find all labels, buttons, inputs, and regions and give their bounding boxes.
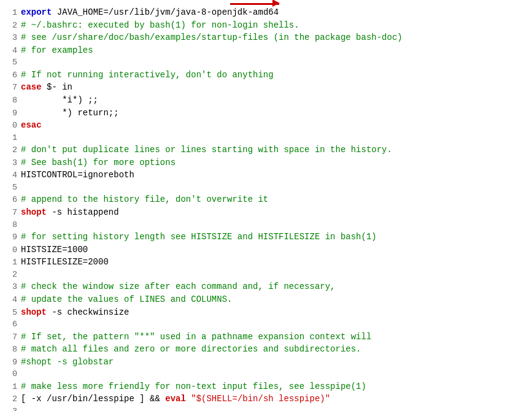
line-number: 7 — [6, 331, 17, 344]
line-number: 6 — [6, 194, 17, 206]
comment-token: # for setting history length see HISTSIZ… — [21, 232, 377, 242]
code-line: 4# for examples — [6, 44, 526, 57]
code-line: 7# If set, the pattern "**" used in a pa… — [6, 331, 526, 344]
string-dq-token: "$(SHELL=/bin/sh lesspipe)" — [191, 394, 330, 404]
line-content: #shopt -s globstar — [21, 356, 526, 368]
code-line: 3# check the window size after each comm… — [6, 280, 526, 293]
line-content: # If set, the pattern "**" used in a pat… — [21, 331, 526, 343]
code-line: 5 — [6, 56, 526, 69]
plain-token: *) return;; — [21, 108, 119, 118]
kw-esac-token: esac — [21, 120, 42, 130]
kw-case-token: case — [21, 82, 42, 92]
code-line: 2# don't put duplicate lines or lines st… — [6, 144, 526, 156]
code-line: 8 — [6, 219, 526, 231]
code-container: 1export JAVA_HOME=/usr/lib/jvm/java-8-op… — [0, 0, 532, 411]
code-line: 0esac — [6, 119, 526, 132]
code-line: 3# see /usr/share/doc/bash/examples/star… — [6, 31, 526, 44]
kw-shopt-token: shopt — [21, 207, 47, 217]
line-content: # If not running interactively, don't do… — [21, 69, 526, 81]
line-content: export JAVA_HOME=/usr/lib/jvm/java-8-ope… — [21, 6, 526, 18]
line-content: *) return;; — [21, 107, 526, 119]
code-area: 1export JAVA_HOME=/usr/lib/jvm/java-8-op… — [0, 5, 532, 411]
line-content: # match all files and zero or more direc… — [21, 343, 526, 355]
line-number: 5 — [6, 56, 17, 69]
code-line: 0 — [6, 368, 526, 380]
line-number: 8 — [6, 344, 17, 356]
code-line: 8 *i*) ;; — [6, 94, 526, 107]
line-number: 1 — [6, 256, 17, 269]
line-number: 9 — [6, 356, 17, 369]
plain-token: HISTSIZE=1000 — [21, 245, 88, 255]
code-line: 7case $- in — [6, 81, 526, 94]
code-line: 5 — [6, 182, 526, 194]
line-number: 0 — [6, 244, 17, 256]
comment-token: # See bash(1) for more options — [21, 158, 175, 167]
code-line: 6# If not running interactively, don't d… — [6, 69, 526, 82]
line-number: 7 — [6, 82, 17, 94]
comment-token: #shopt -s globstar — [21, 357, 114, 367]
line-number: 2 — [6, 20, 17, 32]
line-number: 2 — [6, 269, 17, 281]
line-content: HISTCONTROL=ignoreboth — [21, 169, 526, 181]
line-content: # See bash(1) for more options — [21, 156, 526, 169]
plain-token: -s checkwinsize — [47, 307, 129, 317]
code-line: 1HISTFILESIZE=2000 — [6, 256, 526, 269]
code-line: 9#shopt -s globstar — [6, 356, 526, 369]
code-line: 9 *) return;; — [6, 107, 526, 120]
line-number: 4 — [6, 169, 17, 182]
line-content: # check the window size after each comma… — [21, 280, 526, 293]
line-number: 0 — [6, 368, 17, 380]
code-line: 1# make less more friendly for non-text … — [6, 380, 526, 393]
line-number: 9 — [6, 107, 17, 120]
code-line: 0HISTSIZE=1000 — [6, 244, 526, 256]
line-content: # for examples — [21, 44, 526, 56]
comment-token: # match all files and zero or more direc… — [21, 344, 361, 354]
code-line: 1export JAVA_HOME=/usr/lib/jvm/java-8-op… — [6, 6, 526, 19]
line-number: 9 — [6, 231, 17, 244]
comment-token: # see /usr/share/doc/bash/examples/start… — [21, 33, 403, 42]
line-content: # don't put duplicate lines or lines sta… — [21, 144, 526, 156]
comment-token: # ~/.bashrc: executed by bash(1) for non… — [21, 20, 299, 30]
line-number: 5 — [6, 307, 17, 319]
line-content: [ -x /usr/bin/lesspipe ] && eval "$(SHEL… — [21, 393, 526, 405]
kw-export-token: export — [21, 7, 52, 17]
line-content: HISTFILESIZE=2000 — [21, 256, 526, 268]
comment-token: # append to the history file, don't over… — [21, 194, 268, 204]
line-number: 2 — [6, 144, 17, 156]
kw-shopt-token: shopt — [21, 307, 47, 317]
line-content: # for setting history length see HISTSIZ… — [21, 231, 526, 243]
line-number: 0 — [6, 120, 17, 132]
comment-token: # If set, the pattern "**" used in a pat… — [21, 332, 371, 342]
line-content: # ~/.bashrc: executed by bash(1) for non… — [21, 19, 526, 31]
code-line: 3# See bash(1) for more options — [6, 156, 526, 169]
plain-token: [ -x /usr/bin/lesspipe ] && — [21, 394, 165, 404]
code-line: 2# ~/.bashrc: executed by bash(1) for no… — [6, 19, 526, 32]
code-line: 1 — [6, 132, 526, 144]
line-number: 5 — [6, 182, 17, 194]
line-content: # make less more friendly for non-text i… — [21, 380, 526, 393]
line-content: HISTSIZE=1000 — [21, 244, 526, 256]
line-number: 3 — [6, 32, 17, 44]
code-line: 3 — [6, 405, 526, 411]
code-line: 6# append to the history file, don't ove… — [6, 193, 526, 206]
line-number: 7 — [6, 207, 17, 219]
code-line: 6 — [6, 318, 526, 331]
kw-eval-token: eval — [165, 394, 186, 404]
comment-token: # for examples — [21, 45, 93, 55]
code-line: 7shopt -s histappend — [6, 206, 526, 219]
line-content: esac — [21, 119, 526, 131]
line-content: # see /usr/share/doc/bash/examples/start… — [21, 31, 526, 44]
comment-token: # make less more friendly for non-text i… — [21, 382, 366, 391]
line-number: 2 — [6, 393, 17, 405]
line-number: 1 — [6, 7, 17, 19]
line-number: 8 — [6, 94, 17, 107]
comment-token: # If not running interactively, don't do… — [21, 70, 274, 80]
code-line: 2[ -x /usr/bin/lesspipe ] && eval "$(SHE… — [6, 393, 526, 405]
plain-token: JAVA_HOME=/usr/lib/jvm/java-8-openjdk-am… — [52, 7, 279, 17]
comment-token: # update the values of LINES and COLUMNS… — [21, 294, 232, 304]
code-line: 4HISTCONTROL=ignoreboth — [6, 169, 526, 182]
code-line: 9# for setting history length see HISTSI… — [6, 231, 526, 244]
line-content: # append to the history file, don't over… — [21, 193, 526, 205]
plain-token: HISTFILESIZE=2000 — [21, 257, 109, 267]
line-content: case $- in — [21, 81, 526, 93]
